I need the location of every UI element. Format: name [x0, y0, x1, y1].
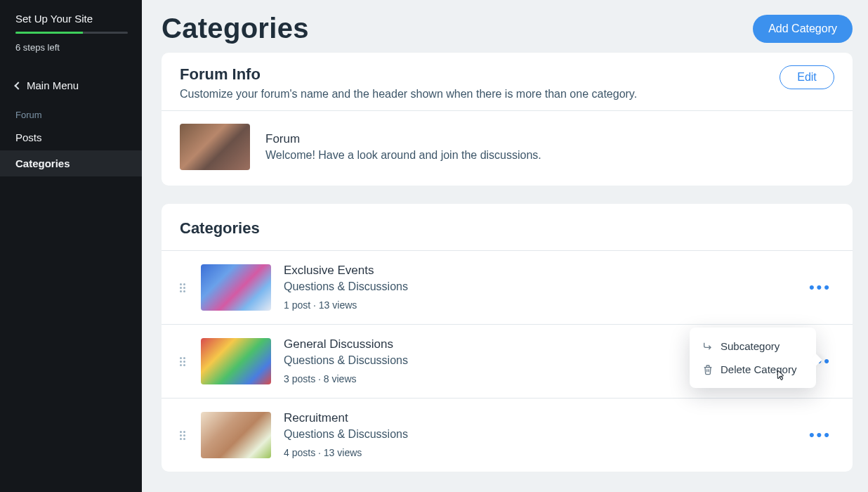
category-meta: 3 posts · 8 views	[284, 373, 357, 384]
category-row: Exclusive Events Questions & Discussions…	[162, 251, 853, 325]
forum-info-head: Forum Info Customize your forum's name a…	[162, 53, 853, 111]
forum-info-heading: Forum Info	[180, 65, 637, 84]
main-content: Categories Add Category Forum Info Custo…	[142, 0, 868, 492]
category-thumbnail	[201, 264, 271, 311]
setup-progress-fill	[15, 32, 83, 34]
category-row: Recruitment Questions & Discussions 4 po…	[162, 399, 853, 472]
menu-item-label: Delete Category	[721, 363, 796, 375]
category-meta: 1 post · 13 views	[284, 299, 357, 311]
categories-card: Categories Exclusive Events Questions & …	[162, 204, 853, 472]
categories-list-head: Categories	[162, 204, 853, 251]
category-meta: 4 posts · 13 views	[284, 447, 362, 458]
forum-thumbnail	[180, 124, 250, 170]
menu-item-delete-category[interactable]: Delete Category	[694, 358, 812, 381]
setup-block: Set Up Your Site 6 steps left	[0, 13, 142, 64]
sidebar-item-categories[interactable]: Categories	[0, 150, 142, 176]
forum-description: Welcome! Have a look around and join the…	[265, 149, 541, 162]
page-header: Categories Add Category	[162, 13, 853, 53]
drag-handle-icon[interactable]	[180, 429, 187, 441]
category-thumbnail	[201, 338, 271, 384]
back-to-main-menu[interactable]: Main Menu	[0, 64, 142, 103]
drag-handle-icon[interactable]	[180, 281, 187, 294]
setup-steps-left: 6 steps left	[15, 42, 128, 53]
forum-info-card: Forum Info Customize your forum's name a…	[162, 53, 853, 186]
setup-title[interactable]: Set Up Your Site	[15, 13, 128, 25]
page-title: Categories	[162, 13, 309, 44]
sidebar: Set Up Your Site 6 steps left Main Menu …	[0, 0, 142, 492]
sidebar-section-label: Forum	[0, 103, 142, 124]
setup-progress	[15, 32, 128, 34]
subcategory-arrow-icon	[702, 341, 714, 352]
menu-item-subcategory[interactable]: Subcategory	[694, 335, 812, 358]
sidebar-item-posts[interactable]: Posts	[0, 124, 142, 150]
category-title[interactable]: Exclusive Events	[284, 264, 794, 278]
chevron-left-icon	[14, 82, 22, 89]
category-subtitle: Questions & Discussions	[284, 280, 794, 293]
category-thumbnail	[201, 412, 271, 458]
edit-forum-info-button[interactable]: Edit	[780, 65, 834, 89]
category-row: General Discussions Questions & Discussi…	[162, 325, 853, 399]
forum-name: Forum	[265, 132, 541, 146]
more-options-button[interactable]: •••	[806, 274, 834, 301]
trash-icon	[702, 364, 714, 375]
forum-info-sub: Customize your forum's name and the head…	[180, 88, 637, 101]
categories-heading: Categories	[180, 219, 834, 238]
menu-item-label: Subcategory	[721, 340, 780, 352]
back-label: Main Menu	[27, 79, 79, 91]
forum-info-body: Forum Welcome! Have a look around and jo…	[162, 111, 853, 186]
category-subtitle: Questions & Discussions	[284, 428, 794, 441]
drag-handle-icon[interactable]	[180, 355, 187, 368]
row-context-menu: Subcategory Delete Category	[690, 328, 816, 388]
add-category-button[interactable]: Add Category	[753, 15, 853, 43]
category-text: Recruitment Questions & Discussions 4 po…	[284, 411, 794, 459]
more-options-button[interactable]: •••	[806, 422, 834, 448]
category-text: Exclusive Events Questions & Discussions…	[284, 264, 794, 311]
category-title[interactable]: Recruitment	[284, 411, 794, 425]
